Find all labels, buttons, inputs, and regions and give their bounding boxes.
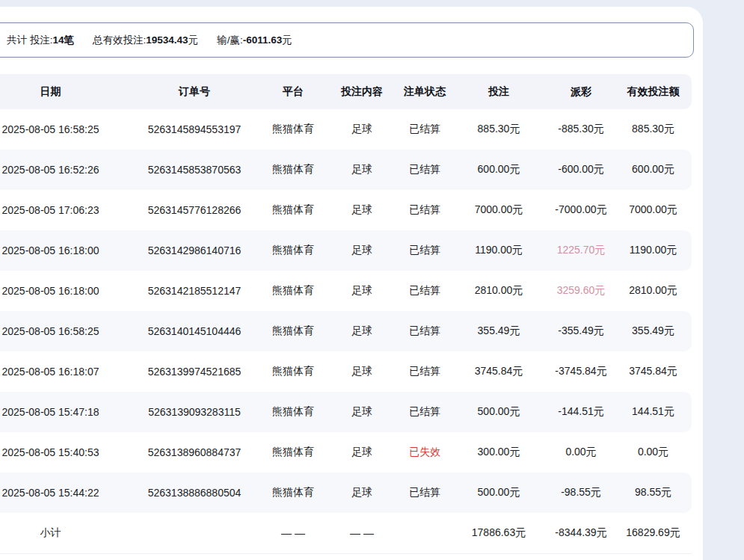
cell-order-number: 5263142185512147	[127, 285, 262, 297]
cell-bet-content: 足球	[325, 203, 399, 217]
table-row: 2025-08-05 15:44:22 5263138886880504 熊猫体…	[0, 473, 692, 513]
summary-bar: 共计 投注:14笔 总有效投注:19534.43元 输/赢:-6011.63元	[0, 22, 694, 58]
cell-status: 已失效	[399, 446, 450, 459]
cell-platform: 熊猫体育	[262, 203, 325, 217]
table-row: 2025-08-05 16:18:07 5263139974521685 熊猫体…	[0, 351, 692, 392]
subtotal-valid-amount: 16829.69元	[615, 526, 692, 540]
cell-valid-amount: 885.30元	[615, 123, 692, 136]
cell-status: 已结算	[399, 244, 450, 257]
summary-valid-label: 总有效投注:	[93, 34, 146, 47]
subtotal-bet-amount: 17886.63元	[450, 526, 547, 540]
records-card: 共计 投注:14笔 总有效投注:19534.43元 输/赢:-6011.63元 …	[0, 7, 703, 560]
table-row: 2025-08-05 17:06:23 5263145776128266 熊猫体…	[0, 190, 692, 230]
table-row: 2025-08-05 15:40:53 5263138960884737 熊猫体…	[0, 432, 692, 473]
cell-bet-content: 足球	[325, 324, 399, 338]
cell-valid-amount: 7000.00元	[615, 203, 692, 217]
cell-status: 已结算	[399, 405, 450, 419]
summary-total-label: 共计 投注:	[7, 34, 53, 47]
cell-platform: 熊猫体育	[262, 365, 325, 378]
cell-platform: 熊猫体育	[262, 405, 325, 419]
cell-bet-amount: 3745.84元	[450, 365, 547, 378]
subtotal-label: 小计	[0, 526, 127, 540]
summary-valid-value: 19534.43	[146, 34, 188, 46]
cell-valid-amount: 144.51元	[615, 405, 692, 419]
cell-payout: -3745.84元	[547, 365, 615, 378]
cell-payout: -7000.00元	[547, 203, 615, 217]
summary-winloss-value: -6011.63	[243, 34, 283, 46]
cell-bet-amount: 2810.00元	[450, 284, 547, 298]
cell-status: 已结算	[399, 486, 450, 499]
cell-order-number: 5263145853870563	[127, 164, 262, 176]
summary-winloss-label: 输/赢:	[217, 34, 243, 47]
cell-date: 2025-08-05 15:44:22	[0, 487, 127, 499]
cell-payout: 0.00元	[547, 446, 615, 459]
cell-payout: -885.30元	[547, 123, 615, 136]
summary-winloss-unit: 元	[282, 34, 292, 47]
header-bet-amount: 投注	[450, 85, 547, 99]
subtotal-content-dash: — —	[325, 527, 399, 539]
cell-status: 已结算	[399, 163, 450, 176]
table-row: 2025-08-05 16:52:26 5263145853870563 熊猫体…	[0, 150, 692, 190]
cell-date: 2025-08-05 15:40:53	[0, 446, 127, 458]
cell-bet-amount: 885.30元	[450, 123, 547, 136]
cell-status: 已结算	[399, 284, 450, 298]
cell-date: 2025-08-05 16:58:25	[0, 123, 127, 135]
cell-valid-amount: 2810.00元	[615, 284, 692, 298]
header-platform: 平台	[262, 85, 325, 99]
cell-status: 已结算	[399, 203, 450, 217]
cell-order-number: 5263145894553197	[127, 123, 262, 135]
cell-date: 2025-08-05 16:58:25	[0, 325, 127, 337]
cell-valid-amount: 0.00元	[615, 446, 692, 459]
header-status: 注单状态	[399, 85, 450, 99]
cell-platform: 熊猫体育	[262, 123, 325, 136]
summary-bet-count: 14笔	[53, 34, 75, 47]
cell-bet-content: 足球	[325, 405, 399, 419]
cell-payout: -98.55元	[547, 486, 615, 499]
cell-status: 已结算	[399, 324, 450, 338]
cell-status: 已结算	[399, 365, 450, 378]
header-bet-content: 投注内容	[325, 85, 399, 99]
cell-platform: 熊猫体育	[262, 486, 325, 499]
cell-bet-amount: 500.00元	[450, 486, 547, 499]
cell-valid-amount: 98.55元	[615, 486, 692, 499]
cell-platform: 熊猫体育	[262, 324, 325, 338]
cell-order-number: 5263140145104446	[127, 325, 262, 337]
cell-date: 2025-08-05 16:18:00	[0, 244, 127, 256]
table-row: 2025-08-05 16:58:25 5263145894553197 熊猫体…	[0, 109, 692, 150]
cell-valid-amount: 3745.84元	[615, 365, 692, 378]
cell-payout: -355.49元	[547, 324, 615, 338]
cell-payout: -144.51元	[547, 405, 615, 419]
cell-valid-amount: 600.00元	[615, 163, 692, 176]
cell-platform: 熊猫体育	[262, 163, 325, 176]
table-row: 2025-08-05 15:47:18 5263139093283115 熊猫体…	[0, 392, 692, 432]
subtotal-platform-dash: — —	[262, 527, 325, 539]
table-row: 2025-08-05 16:18:00 5263142185512147 熊猫体…	[0, 271, 692, 311]
cell-platform: 熊猫体育	[262, 446, 325, 459]
cell-valid-amount: 355.49元	[615, 324, 692, 338]
cell-bet-content: 足球	[325, 284, 399, 298]
cell-payout: 3259.60元	[547, 284, 615, 298]
cell-valid-amount: 1190.00元	[615, 244, 692, 257]
cell-order-number: 5263142986140716	[127, 244, 262, 256]
cell-date: 2025-08-05 17:06:23	[0, 204, 127, 216]
cell-bet-content: 足球	[325, 244, 399, 257]
cell-bet-amount: 7000.00元	[450, 203, 547, 217]
cell-bet-amount: 300.00元	[450, 446, 547, 459]
cell-date: 2025-08-05 16:18:07	[0, 366, 127, 378]
cell-bet-amount: 600.00元	[450, 163, 547, 176]
cell-bet-content: 足球	[325, 123, 399, 136]
cell-order-number: 5263139974521685	[127, 366, 262, 378]
cell-order-number: 5263145776128266	[127, 204, 262, 216]
cell-bet-amount: 355.49元	[450, 324, 547, 338]
cell-payout: 1225.70元	[547, 244, 615, 257]
cell-order-number: 5263138960884737	[127, 446, 262, 458]
cell-bet-amount: 1190.00元	[450, 244, 547, 257]
cell-platform: 熊猫体育	[262, 244, 325, 257]
cell-platform: 熊猫体育	[262, 284, 325, 298]
table-body: 2025-08-05 16:58:25 5263145894553197 熊猫体…	[0, 109, 692, 513]
cell-bet-content: 足球	[325, 163, 399, 176]
cell-date: 2025-08-05 16:52:26	[0, 164, 127, 176]
cell-bet-content: 足球	[325, 446, 399, 459]
cell-bet-content: 足球	[325, 365, 399, 378]
header-valid-amount: 有效投注额	[615, 85, 692, 99]
